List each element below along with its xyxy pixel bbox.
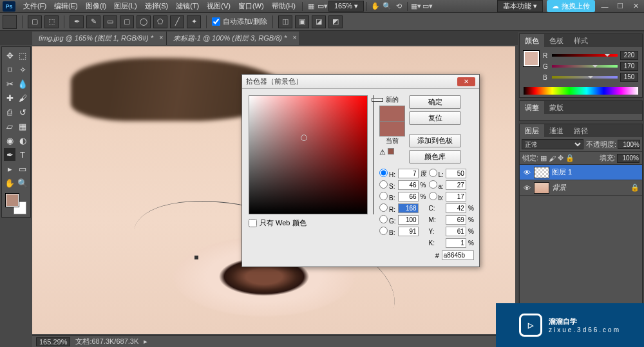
current-color-preview[interactable] [379,121,405,136]
eraser-tool[interactable]: ▱ [4,120,15,133]
fg-swatch[interactable] [6,194,19,207]
hue-indicator[interactable] [372,98,383,102]
k-input[interactable] [446,238,466,248]
zoom-icon[interactable]: 🔍 [381,1,393,12]
c-input[interactable] [446,203,466,213]
polygon-shape-icon[interactable]: ⬠ [153,15,167,28]
panel-fg-swatch[interactable] [524,51,539,66]
gamut-warn-icon[interactable]: ⚠ [379,148,386,156]
doc-tab-1[interactable]: timg.jpg @ 165% (图层 1, RGB/8#) *× [32,32,167,45]
blend-mode-select[interactable]: 正常 [522,139,583,149]
s-radio[interactable]: S: [379,180,396,190]
rect-shape-icon[interactable]: ▭ [103,15,117,28]
y-input[interactable] [446,227,466,236]
hand-icon[interactable]: ✋ [370,1,381,12]
r-input[interactable] [398,203,419,213]
tab-layers[interactable]: 图层 [520,124,544,137]
lock-trans-icon[interactable]: ▦ [540,154,547,162]
arrange-docs-icon[interactable]: ▦▾ [410,1,422,12]
path-mode-shape[interactable]: ▢ [28,15,42,28]
sv-indicator[interactable] [301,135,307,141]
zoom-tool[interactable]: 🔍 [17,176,28,189]
add-swatch-button[interactable]: 添加到色板 [409,134,461,147]
bc-radio[interactable]: B: [379,227,396,236]
web-colors-check[interactable]: 只有 Web 颜色 [249,218,368,228]
color-swatches[interactable] [3,192,29,216]
tab-swatches[interactable]: 色板 [544,34,569,47]
status-zoom[interactable]: 165.29% [36,337,70,346]
gamut-swatch[interactable] [388,148,394,155]
h-input[interactable] [398,169,419,178]
path-select-tool[interactable]: ▸ [4,162,15,175]
auto-add-delete-check[interactable]: 自动添加/删除 [212,17,267,26]
reset-button[interactable]: 复位 [409,111,461,125]
fill-input[interactable] [617,154,639,163]
custom-shape-icon[interactable]: ✦ [187,15,201,28]
b-value[interactable]: 150 [620,73,638,82]
path-op-4[interactable]: ◩ [328,15,343,28]
view-extras-icon[interactable]: ▭▾ [317,1,328,12]
a-radio[interactable]: a: [429,180,444,190]
minimize-icon[interactable]: — [599,1,611,12]
h-radio[interactable]: H: [379,169,396,178]
blur-tool[interactable]: ◉ [4,134,15,147]
screen-mode-icon[interactable]: ▭▾ [422,1,433,12]
tab-channels[interactable]: 通道 [544,124,569,137]
dialog-titlebar[interactable]: 拾色器（前景色） ✕ [242,75,479,89]
layer-name[interactable]: 图层 1 [552,167,572,177]
upload-button[interactable]: ☁拖拽上传 [547,0,595,12]
path-mode-path[interactable]: ⬚ [44,15,59,28]
menu-window[interactable]: 窗口(W) [234,1,268,11]
wand-tool[interactable]: ✧ [17,63,28,76]
close-window-icon[interactable]: ✕ [630,1,641,12]
lock-all-icon[interactable]: 🔒 [565,154,574,162]
menu-layer[interactable]: 图层(L) [110,1,140,11]
bv-input[interactable] [398,192,419,202]
a-input[interactable] [446,180,466,190]
layer-name[interactable]: 背景 [552,183,566,192]
menu-image[interactable]: 图像(I) [82,1,110,11]
path-op-1[interactable]: ◫ [278,15,292,28]
menu-edit[interactable]: 编辑(E) [50,1,82,11]
visibility-icon[interactable]: 👁 [522,169,531,176]
status-arrow-icon[interactable]: ▸ [144,337,147,346]
tab-styles[interactable]: 样式 [569,34,593,47]
g-radio[interactable]: G: [379,215,396,225]
menu-filter[interactable]: 滤镜(T) [172,1,203,11]
pen-tool[interactable]: ✒ [4,148,15,161]
lock-paint-icon[interactable]: 🖌 [549,155,556,162]
l-input[interactable] [446,169,466,178]
menu-select[interactable]: 选择(S) [141,1,173,11]
pen-tool-icon[interactable]: ✒ [70,15,84,28]
doc-tab-2[interactable]: 未标题-1 @ 100% (图层 3, RGB/8) *× [167,32,300,45]
layer-thumb[interactable] [534,182,549,194]
history-brush-tool[interactable]: ↺ [17,106,28,118]
ok-button[interactable]: 确定 [409,95,461,109]
close-button[interactable]: ✕ [457,77,475,86]
blab-radio[interactable]: b: [429,192,444,202]
shape-tool[interactable]: ▭ [17,162,28,175]
bc-input[interactable] [398,227,419,236]
hue-slider[interactable] [373,95,374,214]
zoom-level[interactable]: 165% ▾ [328,1,364,12]
close-icon[interactable]: × [159,34,163,41]
crop-tool[interactable]: ✂ [4,77,15,90]
layer-row[interactable]: 👁 图层 1 [520,165,642,180]
brush-tool[interactable]: 🖌 [17,91,28,104]
tab-color[interactable]: 颜色 [520,34,544,47]
restore-icon[interactable]: ☐ [614,1,626,12]
path-op-2[interactable]: ▣ [295,15,309,28]
heal-tool[interactable]: ✚ [4,91,15,104]
s-input[interactable] [398,180,419,190]
b-slider[interactable] [552,75,618,80]
g-value[interactable]: 170 [620,62,638,71]
marquee-tool[interactable]: ⬚ [17,49,28,62]
g-slider[interactable] [552,64,618,69]
r-radio[interactable]: R: [379,203,396,213]
ellipse-shape-icon[interactable]: ◯ [137,15,151,28]
close-icon[interactable]: × [292,34,296,41]
blab-input[interactable] [446,192,466,202]
freeform-pen-icon[interactable]: ✎ [86,15,100,28]
launch-bridge-icon[interactable]: ▦ [305,1,317,12]
color-libs-button[interactable]: 颜色库 [409,150,461,164]
